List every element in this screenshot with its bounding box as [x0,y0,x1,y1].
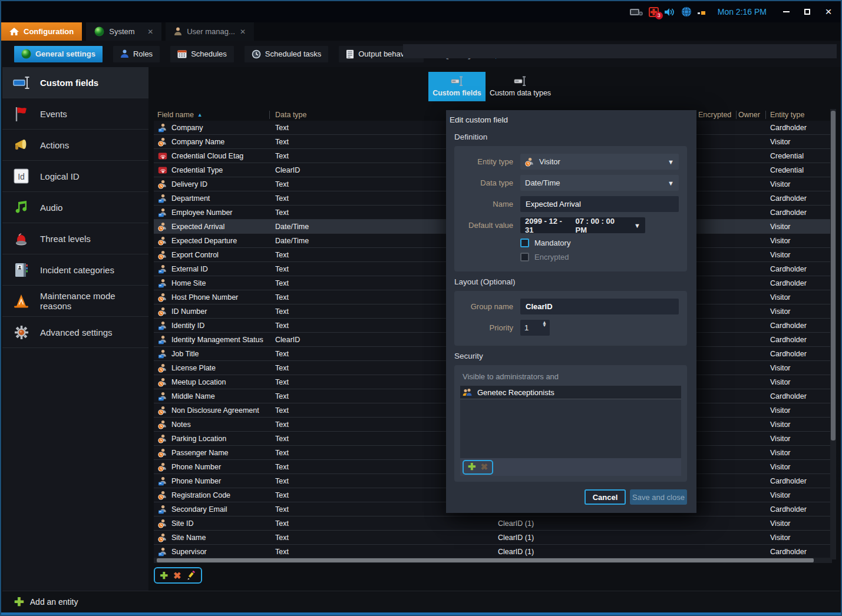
remove-member-button[interactable]: ✖ [480,462,488,472]
entity-type-cell: Cardholder [765,191,832,205]
field-name-cell: Passenger Name [154,446,269,459]
sidebar-item-logical-id[interactable]: IdLogical ID [2,161,148,192]
security-heading: Security [454,352,688,360]
toolbar-button-schedules[interactable]: Schedules [170,46,234,62]
entity-type-cell: Visitor [765,446,832,459]
add-entity-button[interactable]: Add an entity [30,597,78,607]
encrypted-cell [694,276,736,290]
task-tab-bar: ConfigurationSystem✕User manag...✕ [1,22,841,41]
sidebar-item-label: Advanced settings [40,327,113,337]
screen-share-icon[interactable] [630,8,643,16]
sidebar-item-label: Logical ID [40,171,80,181]
clock-text: Mon 2:16 PM [718,7,767,16]
cardholder-icon [158,505,167,514]
table-row[interactable]: SupervisorTextClearID (1)Cardholder [154,545,832,559]
entity-type-cell: Visitor [765,403,832,417]
owner-cell [736,446,765,459]
taskbar-app-icon[interactable] [698,8,706,15]
spinner-down-icon[interactable]: ▼ [542,324,547,327]
group-cell: ClearID (1) [493,531,534,544]
content-tab-custom-data-types[interactable]: Custom data types [486,72,555,101]
encrypted-cell [694,375,736,389]
group-name-input[interactable]: ClearID [520,299,679,314]
task-tab-configuration[interactable]: Configuration [1,22,82,41]
cancel-button[interactable]: Cancel [585,489,626,505]
priority-stepper[interactable]: 1 ▲▼ [520,320,550,336]
toolbar-button-general-settings[interactable]: General settings [14,46,103,62]
network-globe-icon[interactable] [681,6,692,17]
column-field-name[interactable]: Field name▲ [154,109,269,121]
security-member-list[interactable] [460,399,681,458]
sidebar-item-incident-categories[interactable]: Incident categories [2,254,148,286]
horizontal-scrollbar[interactable] [154,558,832,563]
name-input[interactable]: Expected Arrival [520,196,679,212]
sidebar-item-threat-levels[interactable]: Threat levels [2,223,148,254]
task-tab-user-manag[interactable]: User manag...✕ [166,22,254,41]
add-field-button[interactable]: ✚ [160,570,168,581]
encrypted-label: Encrypted [534,253,569,261]
field-name-cell: Home Site [154,276,269,290]
visitor-icon [158,222,167,231]
default-value-datetime-picker[interactable]: 2099 - 12 - 31 07 : 00 : 00 PM ▼ [520,217,645,233]
sidebar-item-custom-fields[interactable]: Custom fields [2,67,148,98]
threat-levels-icon [14,231,29,247]
home-icon [9,28,19,36]
column-entity-type[interactable]: Entity type [765,109,832,121]
maximize-button[interactable] [800,5,815,18]
tab-label: User manag... [187,27,235,36]
sidebar-item-advanced-settings[interactable]: Advanced settings [2,317,148,348]
add-member-button[interactable]: ✚ [468,462,476,472]
close-tab-icon[interactable]: ✕ [147,28,153,36]
close-button[interactable]: × [821,5,836,18]
field-name-cell: Employee Number [154,206,269,219]
owner-cell [736,531,765,544]
delete-field-button[interactable]: ✖ [173,570,181,581]
volume-icon[interactable] [665,8,675,16]
owner-cell [736,121,765,134]
edit-field-button[interactable] [186,571,196,580]
entity-type-cell: Visitor [765,248,832,261]
toolbar-button-label: Scheduled tasks [265,49,321,58]
bottom-bar: ✚ Add an entity [2,591,840,612]
mandatory-checkbox[interactable] [520,239,529,247]
sidebar-item-label: Incident categories [40,265,114,275]
toolbar-button-roles[interactable]: Roles [113,46,160,62]
title-bar: 3 Mon 2:16 PM × [1,1,841,22]
default-value-label: Default value [457,221,513,230]
sidebar-item-actions[interactable]: Actions [2,130,148,161]
table-row[interactable]: Site NameTextClearID (1)Visitor [154,531,832,545]
search-filter-field[interactable] [403,44,837,58]
vertical-scrollbar-thumb[interactable] [831,111,836,441]
encrypted-cell [694,206,736,219]
owner-cell [736,389,765,403]
sidebar-item-maintenance-mode-reasons[interactable]: Maintenance mode reasons [2,286,148,317]
entity-type-cell: Visitor [765,304,832,318]
minimize-button[interactable] [778,5,794,18]
settings-sidebar: Custom fieldsEventsActionsIdLogical IDAu… [2,67,148,591]
entity-type-dropdown[interactable]: Visitor ▼ [520,154,679,170]
security-member-row[interactable]: Genetec Receptionists [460,386,681,399]
horizontal-scrollbar-thumb[interactable] [157,558,814,562]
visitor-icon [158,377,167,387]
encrypted-cell [694,545,736,558]
table-row[interactable]: Site IDTextClearID (1)Visitor [154,516,832,531]
field-name-cell: Delivery ID [154,177,269,191]
owner-cell [736,149,765,163]
owner-cell [736,220,765,233]
cardholder-icon [158,123,167,133]
save-and-close-button[interactable]: Save and close [630,489,687,505]
entity-type-cell: Cardholder [765,276,832,290]
sidebar-item-events[interactable]: Events [2,98,148,130]
toolbar-button-scheduled-tasks[interactable]: Scheduled tasks [245,46,328,62]
content-tab-custom-fields[interactable]: Custom fields [428,72,486,101]
column-owner[interactable]: Owner [736,109,765,121]
encrypted-checkbox [520,253,529,261]
encrypted-cell [694,389,736,403]
health-status-icon[interactable]: 3 [649,7,659,17]
data-type-dropdown[interactable]: Date/Time ▼ [520,175,679,191]
close-tab-icon[interactable]: ✕ [240,28,246,36]
vertical-scrollbar[interactable] [830,109,836,559]
column-encrypted[interactable]: Encrypted [694,109,736,121]
sidebar-item-audio[interactable]: Audio [2,192,148,223]
task-tab-system[interactable]: System✕ [86,22,161,41]
